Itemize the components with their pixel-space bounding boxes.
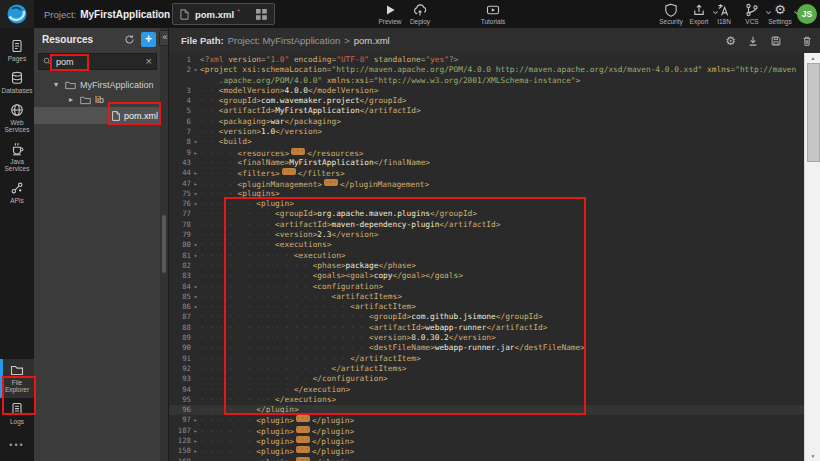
- line-number: 47: [169, 179, 191, 189]
- file-path-separator: >: [344, 35, 350, 46]
- topbar-action-tutorials[interactable]: Tutorials: [471, 3, 515, 25]
- sidebar-item-apis[interactable]: APIs: [0, 177, 34, 209]
- tutorials-icon: [486, 3, 500, 16]
- databases-icon: [10, 71, 24, 85]
- sidebar-item-more[interactable]: •••: [0, 430, 34, 457]
- search-input[interactable]: [56, 57, 142, 67]
- collapsed-fold-badge[interactable]: ···: [291, 148, 305, 155]
- fold-open-icon[interactable]: ▾: [191, 282, 200, 292]
- clear-search-icon[interactable]: ×: [146, 56, 152, 67]
- editor-scrollbar[interactable]: ▲ ▼: [804, 53, 820, 461]
- more-icon: •••: [9, 434, 24, 452]
- preview-icon: [383, 3, 397, 16]
- resources-tree: ▾MyFirstApplication▸libpom.xml: [34, 77, 160, 124]
- line-number: 5: [169, 106, 191, 116]
- sidebar-item-logs[interactable]: Logs: [0, 398, 34, 430]
- file-actions: ⚙: [725, 35, 813, 47]
- editor-settings-gear-icon[interactable]: ⚙: [725, 35, 736, 47]
- collapsed-fold-badge[interactable]: ···: [296, 446, 310, 453]
- collapsed-fold-badge[interactable]: ···: [296, 426, 310, 433]
- collapsed-fold-badge[interactable]: ···: [324, 179, 338, 186]
- code-line-96: 96· · · · · · </plugin>: [169, 405, 805, 415]
- save-file-icon[interactable]: [770, 35, 782, 47]
- line-number: 79: [169, 230, 191, 240]
- fold-closed-icon[interactable]: ▸: [191, 426, 200, 436]
- add-resource-button[interactable]: +: [141, 32, 156, 47]
- line-number: 107: [169, 426, 191, 436]
- fold-closed-icon[interactable]: ▸: [191, 179, 200, 189]
- topbar-action-settings[interactable]: ⚙Settings: [758, 3, 802, 25]
- file-explorer-label: File Explorer: [5, 379, 29, 393]
- line-number: 93: [169, 374, 191, 384]
- fold-open-icon[interactable]: ▾: [191, 251, 200, 261]
- sidebar-item-databases[interactable]: Databases: [0, 67, 34, 99]
- fold-open-icon[interactable]: ▾: [191, 137, 200, 147]
- code-line-6: 6· · <packaging>war</packaging>: [169, 117, 805, 127]
- sidebar-item-java-services[interactable]: Java Services: [0, 138, 34, 177]
- line-number: 87: [169, 312, 191, 322]
- fold-closed-icon[interactable]: ▸: [191, 446, 200, 456]
- logs-label: Logs: [10, 418, 24, 425]
- sidebar-item-pages[interactable]: Pages: [0, 35, 34, 67]
- databases-label: Databases: [1, 87, 32, 94]
- topbar-action-deploy[interactable]: Deploy: [398, 3, 442, 25]
- collapsed-fold-badge[interactable]: ···: [282, 168, 296, 175]
- user-avatar[interactable]: JS: [797, 4, 817, 24]
- tree-item-MyFirstApplication[interactable]: ▾MyFirstApplication: [34, 77, 160, 92]
- fold-open-icon[interactable]: ▾: [191, 65, 200, 75]
- fold-closed-icon[interactable]: ▸: [191, 415, 200, 425]
- code-line-92: 92· · · · · · · · · · · · · · </artifact…: [169, 364, 805, 374]
- scroll-down-icon[interactable]: ▼: [805, 451, 820, 461]
- refresh-icon[interactable]: [124, 34, 135, 45]
- sidebar-item-web-services[interactable]: Web Services: [0, 99, 34, 138]
- file-path-project: Project: MyFirstApplication: [228, 35, 340, 46]
- code-line-44: 44▸· · · · <filters>···</filters>: [169, 168, 805, 178]
- caret-closed-icon[interactable]: ▸: [69, 95, 76, 104]
- code-line-150: 150▸· · · · · · <plugin>···</plugin>: [169, 446, 805, 456]
- code-line-97: 97▸· · · · · · <plugin>···</plugin>: [169, 415, 805, 425]
- code-line-7: 7· · <version>1.0</version>: [169, 127, 805, 137]
- i18n-label: I18N: [717, 18, 731, 25]
- file-icon: [180, 9, 189, 20]
- sidebar-item-file-explorer[interactable]: File Explorer: [0, 359, 34, 398]
- line-number: 96: [169, 405, 191, 415]
- line-number: 9: [169, 148, 191, 158]
- code-line-94: 94· · · · · · · · · · </execution>: [169, 385, 805, 395]
- download-file-icon[interactable]: [747, 35, 759, 47]
- fold-closed-icon[interactable]: ▸: [191, 148, 200, 158]
- fold-open-icon[interactable]: ▾: [191, 302, 200, 312]
- fold-closed-icon[interactable]: ▸: [191, 168, 200, 178]
- collapsed-fold-badge[interactable]: ···: [296, 415, 310, 422]
- caret-open-icon[interactable]: ▾: [54, 80, 61, 89]
- fold-open-icon[interactable]: ▾: [191, 240, 200, 250]
- fold-open-icon[interactable]: ▾: [191, 292, 200, 302]
- tab-pom-xml[interactable]: pom.xml *: [172, 3, 275, 25]
- scrollbar-thumb[interactable]: [807, 63, 820, 162]
- file-path-bar: File Path: Project: MyFirstApplication >…: [169, 28, 820, 53]
- line-number: 78: [169, 220, 191, 230]
- collapsed-fold-badge[interactable]: ···: [296, 436, 310, 443]
- vcs-icon: [745, 3, 759, 16]
- line-number: 88: [169, 323, 191, 333]
- tree-item-pom.xml[interactable]: pom.xml: [34, 107, 160, 124]
- panel-scrollbar-thumb[interactable]: [162, 215, 166, 273]
- delete-file-icon[interactable]: [801, 35, 813, 47]
- scroll-up-icon[interactable]: ▲: [805, 53, 820, 63]
- fold-closed-icon[interactable]: ▸: [191, 457, 200, 461]
- code-line-85: 85▾· · · · · · · · · · · · · · <artifact…: [169, 292, 805, 302]
- code-editor[interactable]: 1<?xml version="1.0" encoding="UTF-8" st…: [169, 53, 820, 461]
- i18n-icon: [717, 3, 731, 16]
- code-line-wrap: .apache.org/POM/4.0.0" xmlns:xsi="http:/…: [169, 76, 805, 86]
- wavemaker-logo[interactable]: [0, 0, 34, 28]
- pages-icon: [10, 39, 24, 53]
- grid-view-icon[interactable]: [256, 9, 267, 20]
- folder-icon: [80, 95, 91, 105]
- fold-open-icon[interactable]: ▾: [191, 189, 200, 199]
- tutorials-label: Tutorials: [481, 18, 506, 25]
- code-line-83: 83· · · · · · · · · · · · <goals><goal>c…: [169, 271, 805, 281]
- fold-closed-icon[interactable]: ▸: [191, 436, 200, 446]
- collapsed-fold-badge[interactable]: ···: [296, 457, 310, 461]
- left-nav-bottom: File ExplorerLogs•••: [0, 359, 34, 461]
- fold-open-icon[interactable]: ▾: [191, 199, 200, 209]
- tree-item-lib[interactable]: ▸lib: [34, 92, 160, 107]
